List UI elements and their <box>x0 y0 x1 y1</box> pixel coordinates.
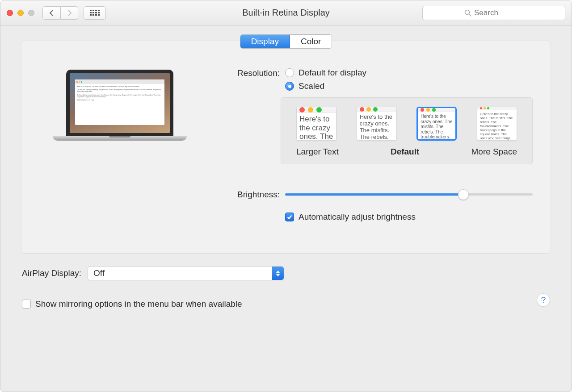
scale-thumb-2[interactable]: Here's to the crazy ones. The misfits. T… <box>357 107 397 141</box>
tab-color[interactable]: Color <box>290 35 332 48</box>
scale-thumb-default[interactable]: Here's to the crazy ones. The misfits. T… <box>416 107 457 141</box>
radio-scaled[interactable]: Scaled <box>285 81 533 91</box>
close-button[interactable] <box>7 10 13 16</box>
display-panel: Here's to the crazy ones. The misfits. T… <box>21 41 551 254</box>
scale-thumb-more-space[interactable]: Here's to the crazy ones. The misfits. T… <box>477 107 517 141</box>
brightness-slider[interactable] <box>285 193 533 196</box>
auto-brightness-checkbox[interactable]: Automatically adjust brightness <box>285 212 533 222</box>
checkbox-label: Show mirroring options in the menu bar w… <box>35 299 242 309</box>
resolution-label: Resolution: <box>214 68 285 78</box>
search-field[interactable] <box>422 6 565 20</box>
show-all-button[interactable] <box>84 6 106 20</box>
macbook-illustration: Here's to the crazy ones. The misfits. T… <box>53 70 187 141</box>
checkbox-icon <box>22 300 31 309</box>
checkbox-label: Automatically adjust brightness <box>299 212 416 222</box>
svg-line-1 <box>469 14 471 16</box>
airplay-label: AirPlay Display: <box>22 268 81 278</box>
radio-label: Default for display <box>299 68 366 78</box>
preferences-window: Built-in Retina Display Display Color <box>0 0 572 392</box>
chevron-right-icon <box>67 10 72 16</box>
radio-default-for-display[interactable]: Default for display <box>285 68 533 78</box>
radio-icon <box>285 68 294 77</box>
select-stepper-icon <box>272 267 284 280</box>
zoom-button <box>28 10 34 16</box>
airplay-select[interactable]: Off <box>88 266 284 280</box>
brightness-label: Brightness: <box>214 189 285 200</box>
search-icon <box>464 9 471 17</box>
checkbox-icon <box>285 213 294 221</box>
titlebar: Built-in Retina Display <box>0 0 572 25</box>
grid-icon <box>90 10 100 16</box>
settings-column: Resolution: Default for display Scaled <box>214 63 533 226</box>
nav-group <box>42 6 78 20</box>
help-button[interactable]: ? <box>537 293 550 307</box>
traffic-lights <box>7 10 34 16</box>
scale-label-more-space: More Space <box>471 147 517 157</box>
device-preview: Here's to the crazy ones. The misfits. T… <box>39 63 200 226</box>
minimize-button[interactable] <box>17 10 24 16</box>
help-icon: ? <box>541 295 546 305</box>
airplay-value: Off <box>88 268 110 278</box>
chevron-left-icon <box>49 10 54 16</box>
scale-label-larger: Larger Text <box>296 147 339 157</box>
radio-label: Scaled <box>299 81 324 91</box>
search-input[interactable] <box>474 8 523 17</box>
body: Display Color <box>0 25 572 392</box>
slider-fill <box>285 193 463 196</box>
scale-options: Here's to the crazy ones. The misfits. T… <box>281 97 533 164</box>
macbook-sample-text: Here's to the crazy ones. The misfits. T… <box>75 84 164 104</box>
tab-display[interactable]: Display <box>240 35 290 48</box>
forward-button <box>60 6 78 20</box>
bottom-controls: AirPlay Display: Off Show mirroring opti… <box>21 266 551 309</box>
slider-knob[interactable] <box>458 189 469 200</box>
scale-thumb-larger-text[interactable]: Here's to the crazy ones. The misfits. T… <box>296 107 336 141</box>
tab-bar: Display Color <box>21 34 551 49</box>
back-button[interactable] <box>42 6 60 20</box>
mirroring-checkbox[interactable]: Show mirroring options in the menu bar w… <box>22 299 242 309</box>
scale-label-default: Default <box>391 147 419 157</box>
radio-icon <box>285 82 294 91</box>
